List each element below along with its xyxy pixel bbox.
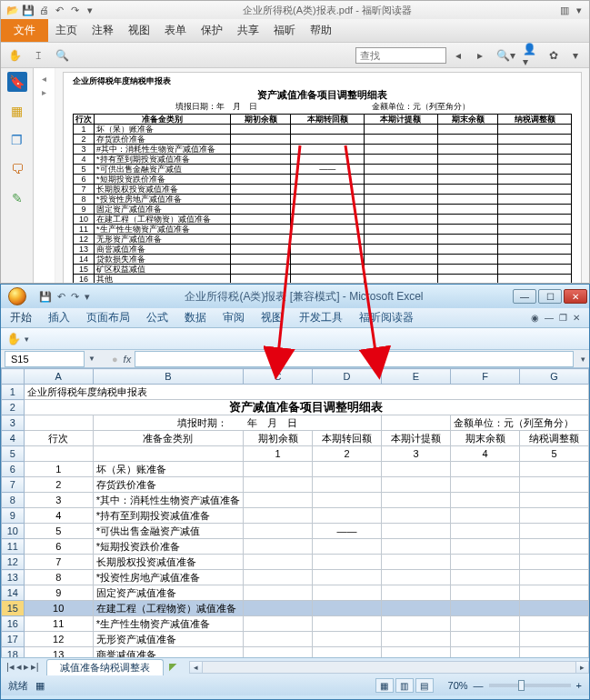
row-header[interactable]: 15 bbox=[2, 601, 25, 616]
cell[interactable] bbox=[244, 616, 313, 632]
cell[interactable]: 4 bbox=[451, 446, 520, 462]
row-header[interactable]: 2 bbox=[2, 400, 25, 415]
tab-share[interactable]: 共享 bbox=[230, 18, 266, 43]
cell[interactable]: 企业所得税年度纳税申报表 bbox=[24, 385, 588, 400]
cell[interactable] bbox=[244, 462, 313, 477]
column-header[interactable]: A bbox=[24, 369, 93, 385]
print-icon[interactable]: 🖨 bbox=[37, 4, 50, 16]
tab-comment[interactable]: 注释 bbox=[85, 18, 121, 43]
zoom-out-icon[interactable]: — bbox=[474, 680, 484, 691]
tab-view[interactable]: 视图 bbox=[121, 18, 157, 43]
zoom-tool-icon[interactable]: 🔍 bbox=[52, 45, 72, 65]
foxit-skin-icon[interactable]: ▥ bbox=[560, 5, 569, 16]
cell[interactable]: *可供出售金融资产减值 bbox=[93, 524, 243, 539]
cell[interactable] bbox=[382, 493, 451, 508]
cell[interactable] bbox=[520, 585, 589, 601]
hscroll-right-icon[interactable]: ▸ bbox=[575, 662, 588, 673]
formula-bar[interactable] bbox=[135, 351, 574, 367]
cell[interactable]: 固定资产减值准备 bbox=[93, 585, 243, 601]
cell[interactable] bbox=[382, 616, 451, 632]
cell[interactable] bbox=[244, 601, 313, 616]
row-header[interactable]: 9 bbox=[2, 508, 25, 524]
ex-save-icon[interactable]: 💾 bbox=[39, 291, 52, 303]
cell[interactable]: 9 bbox=[24, 585, 93, 601]
pages-panel-icon[interactable]: ▦ bbox=[7, 101, 27, 121]
fx-icon[interactable]: fx bbox=[124, 354, 132, 365]
cell[interactable] bbox=[93, 446, 243, 462]
cell[interactable] bbox=[24, 446, 93, 462]
column-header[interactable]: D bbox=[313, 369, 382, 385]
row-header[interactable]: 10 bbox=[2, 524, 25, 539]
cell[interactable] bbox=[313, 601, 382, 616]
cell[interactable]: 4 bbox=[24, 508, 93, 524]
sheet-tab-end-icon[interactable]: ◤ bbox=[164, 661, 182, 673]
ex-undo-icon[interactable]: ↶ bbox=[57, 291, 65, 303]
tab-last-icon[interactable]: ▸| bbox=[31, 661, 39, 673]
cell[interactable] bbox=[244, 493, 313, 508]
cell[interactable]: 2 bbox=[313, 446, 382, 462]
column-header[interactable]: G bbox=[520, 369, 589, 385]
cell[interactable] bbox=[313, 570, 382, 585]
save-icon[interactable]: 💾 bbox=[22, 4, 35, 16]
cell[interactable]: 行次 bbox=[24, 431, 93, 446]
column-header[interactable]: F bbox=[451, 369, 520, 385]
rtab-data[interactable]: 数据 bbox=[185, 310, 206, 325]
cell[interactable] bbox=[520, 462, 589, 477]
cell[interactable]: —— bbox=[313, 524, 382, 539]
cell[interactable] bbox=[520, 632, 589, 647]
cell[interactable] bbox=[451, 585, 520, 601]
cell[interactable] bbox=[451, 508, 520, 524]
cell[interactable]: 资产减值准备项目调整明细表 bbox=[24, 400, 588, 415]
cell[interactable]: 坏（呆）账准备 bbox=[93, 462, 243, 477]
cell[interactable]: 5 bbox=[24, 524, 93, 539]
cell[interactable]: 期初余额 bbox=[244, 431, 313, 446]
ex-redo-icon[interactable]: ↷ bbox=[71, 291, 79, 303]
column-header[interactable]: C bbox=[244, 369, 313, 385]
cell[interactable]: 7 bbox=[24, 555, 93, 570]
cell[interactable]: 5 bbox=[520, 446, 589, 462]
view-layout-icon[interactable]: ▥ bbox=[395, 678, 414, 693]
zoom-in-icon[interactable]: + bbox=[576, 680, 582, 691]
ribbon-help-icon[interactable]: ◉ bbox=[531, 313, 539, 323]
cell[interactable]: 准备金类别 bbox=[93, 431, 243, 446]
select-all-corner[interactable] bbox=[2, 369, 25, 385]
tab-first-icon[interactable]: |◂ bbox=[6, 661, 15, 673]
cell[interactable] bbox=[244, 477, 313, 493]
cell[interactable] bbox=[244, 524, 313, 539]
cell[interactable] bbox=[382, 462, 451, 477]
foxit-user-icon[interactable]: 👤▾ bbox=[522, 45, 542, 65]
cell[interactable] bbox=[520, 493, 589, 508]
open-icon[interactable]: 📂 bbox=[6, 4, 19, 16]
cell[interactable]: 1 bbox=[24, 462, 93, 477]
name-box[interactable]: S15 bbox=[5, 351, 85, 367]
rtab-formula[interactable]: 公式 bbox=[146, 310, 168, 325]
formula-cancel-icon[interactable]: ● bbox=[112, 354, 118, 365]
doc-min-icon[interactable]: — bbox=[545, 313, 554, 323]
rtab-view[interactable]: 视图 bbox=[261, 310, 283, 325]
toolbar-dropdown-icon[interactable]: ▾ bbox=[25, 335, 29, 344]
cell[interactable] bbox=[313, 462, 382, 477]
cell[interactable] bbox=[382, 632, 451, 647]
row-header[interactable]: 3 bbox=[2, 415, 25, 431]
cell[interactable] bbox=[313, 539, 382, 555]
row-header[interactable]: 4 bbox=[2, 431, 25, 446]
tab-protect[interactable]: 保护 bbox=[194, 18, 230, 43]
row-header[interactable]: 14 bbox=[2, 585, 25, 601]
column-header[interactable]: E bbox=[382, 369, 451, 385]
cell[interactable] bbox=[244, 632, 313, 647]
cell[interactable]: 长期股权投资减值准备 bbox=[93, 555, 243, 570]
doc-close-icon[interactable]: ✕ bbox=[573, 313, 580, 323]
search-next-icon[interactable]: ▸ bbox=[470, 45, 490, 65]
row-header[interactable]: 16 bbox=[2, 616, 25, 632]
cell[interactable]: *短期投资跌价准备 bbox=[93, 539, 243, 555]
cell[interactable] bbox=[451, 647, 520, 658]
tab-form[interactable]: 表单 bbox=[157, 18, 194, 43]
qat-dropdown-icon[interactable]: ▾ bbox=[84, 4, 96, 16]
tab-prev-icon[interactable]: ◂ bbox=[42, 74, 46, 84]
cell[interactable] bbox=[520, 601, 589, 616]
cell[interactable] bbox=[244, 647, 313, 658]
hand-tool-icon[interactable]: ✋ bbox=[5, 45, 25, 65]
excel-minimize-button[interactable]: — bbox=[513, 289, 536, 304]
cell[interactable] bbox=[382, 601, 451, 616]
foxit-settings-icon[interactable]: ✿ bbox=[544, 45, 564, 65]
